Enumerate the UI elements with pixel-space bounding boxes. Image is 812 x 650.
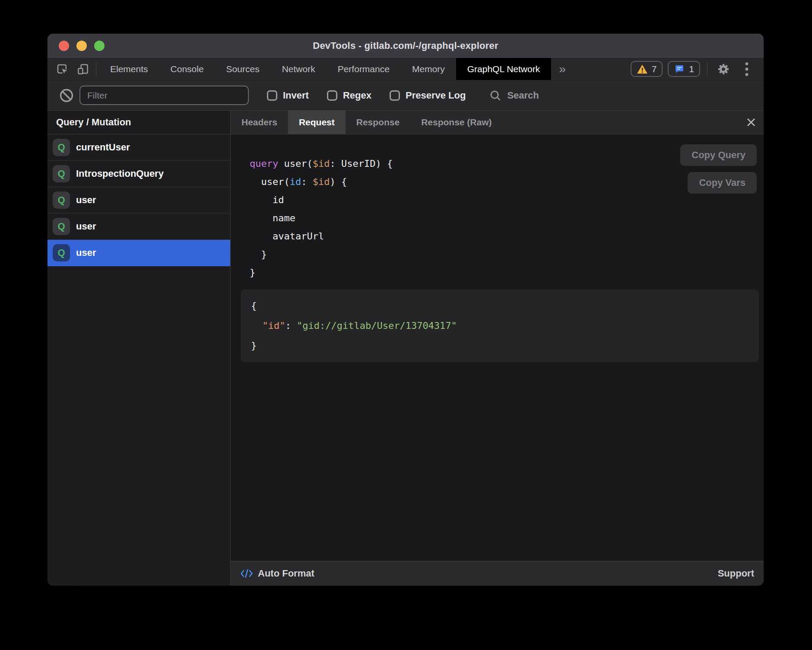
- content-area: Query / Mutation Q currentUser Q Introsp…: [48, 111, 764, 586]
- filter-input[interactable]: [79, 86, 249, 105]
- regex-label: Regex: [343, 90, 371, 101]
- auto-format-label: Auto Format: [258, 568, 314, 579]
- regex-checkbox[interactable]: [327, 90, 337, 101]
- chat-bubble-icon: [674, 64, 685, 74]
- warning-icon: [637, 64, 648, 74]
- gear-icon: [717, 62, 730, 76]
- regex-checkbox-group[interactable]: Regex: [327, 90, 371, 101]
- message-count: 1: [689, 64, 694, 74]
- devtools-window: DevTools - gitlab.com/-/graphql-explorer…: [48, 34, 764, 586]
- graphql-variables-block: { "id": "gid://gitlab/User/13704317"}: [241, 290, 759, 362]
- query-item-label: user: [76, 247, 96, 258]
- clear-requests-button[interactable]: [57, 86, 76, 105]
- device-toolbar-icon: [76, 63, 89, 76]
- toggle-device-toolbar-button[interactable]: [73, 58, 93, 80]
- close-detail-button[interactable]: [739, 111, 764, 134]
- tab-headers[interactable]: Headers: [231, 111, 288, 134]
- query-list-header: Query / Mutation: [48, 111, 230, 134]
- tab-network[interactable]: Network: [271, 58, 327, 80]
- support-link[interactable]: Support: [718, 568, 754, 579]
- filter-bar: Invert Regex Preserve Log Search: [48, 80, 764, 111]
- query-item-label: user: [76, 194, 96, 206]
- kebab-menu-icon: [745, 62, 749, 76]
- query-type-badge: Q: [53, 165, 70, 182]
- search-label: Search: [507, 90, 539, 101]
- issues-message-badge[interactable]: 1: [668, 61, 700, 77]
- invert-label: Invert: [283, 90, 309, 101]
- request-view: Copy Query Copy Vars query user($id: Use…: [231, 134, 764, 561]
- query-list-item-user-2[interactable]: Q user: [48, 213, 230, 240]
- query-list-item-currentuser[interactable]: Q currentUser: [48, 134, 230, 161]
- query-type-badge: Q: [53, 218, 70, 235]
- more-tabs-button[interactable]: »: [551, 58, 574, 80]
- query-type-badge: Q: [53, 191, 70, 209]
- invert-checkbox-group[interactable]: Invert: [267, 90, 309, 101]
- query-list-item-user-1[interactable]: Q user: [48, 187, 230, 213]
- titlebar: DevTools - gitlab.com/-/graphql-explorer: [48, 34, 764, 58]
- window-title: DevTools - gitlab.com/-/graphql-explorer: [313, 40, 498, 51]
- warning-count: 7: [652, 64, 657, 74]
- kebab-menu-button[interactable]: [738, 60, 756, 78]
- issues-warning-badge[interactable]: 7: [631, 61, 663, 77]
- query-type-badge: Q: [53, 244, 70, 261]
- tab-graphql-network[interactable]: GraphQL Network: [456, 58, 551, 80]
- minimize-window-button[interactable]: [76, 41, 87, 51]
- query-list-item-user-3-selected[interactable]: Q user: [48, 240, 230, 266]
- search-icon: [489, 89, 502, 102]
- query-list-item-introspectionquery[interactable]: Q IntrospectionQuery: [48, 161, 230, 187]
- tab-response-raw[interactable]: Response (Raw): [410, 111, 502, 134]
- block-icon: [59, 88, 74, 103]
- tab-sources[interactable]: Sources: [215, 58, 271, 80]
- close-window-button[interactable]: [59, 41, 69, 51]
- tab-console[interactable]: Console: [159, 58, 215, 80]
- tab-request[interactable]: Request: [288, 111, 346, 134]
- devtools-toolbar: Elements Console Sources Network Perform…: [48, 58, 764, 80]
- traffic-lights: [59, 34, 105, 58]
- toolbar-separator: [96, 62, 96, 76]
- auto-format-icon: [240, 568, 253, 579]
- query-item-label: IntrospectionQuery: [76, 168, 164, 179]
- auto-format-button[interactable]: Auto Format: [240, 568, 314, 579]
- preserve-log-checkbox-group[interactable]: Preserve Log: [390, 90, 466, 101]
- query-item-label: currentUser: [76, 142, 130, 153]
- detail-footer: Auto Format Support: [231, 561, 764, 586]
- inspect-cursor-icon: [56, 63, 69, 76]
- request-detail-panel: Headers Request Response Response (Raw) …: [231, 111, 764, 586]
- copy-query-button[interactable]: Copy Query: [680, 144, 757, 166]
- preserve-log-checkbox[interactable]: [390, 90, 400, 101]
- panel-tabs: Elements Console Sources Network Perform…: [99, 58, 551, 80]
- invert-checkbox[interactable]: [267, 90, 277, 101]
- preserve-log-label: Preserve Log: [406, 90, 466, 101]
- tab-memory[interactable]: Memory: [401, 58, 456, 80]
- close-icon: [746, 117, 756, 127]
- zoom-window-button[interactable]: [94, 41, 105, 51]
- query-list-panel: Query / Mutation Q currentUser Q Introsp…: [48, 111, 231, 586]
- tab-performance[interactable]: Performance: [327, 58, 401, 80]
- settings-button[interactable]: [714, 60, 733, 78]
- query-item-label: user: [76, 221, 96, 232]
- inspect-element-button[interactable]: [52, 58, 73, 80]
- toolbar-right-separator: [707, 62, 707, 76]
- copy-vars-button[interactable]: Copy Vars: [688, 172, 757, 194]
- detail-tab-bar: Headers Request Response Response (Raw): [231, 111, 764, 134]
- query-type-badge: Q: [53, 139, 70, 156]
- search-control[interactable]: Search: [489, 89, 539, 102]
- tab-elements[interactable]: Elements: [99, 58, 159, 80]
- tab-response[interactable]: Response: [346, 111, 410, 134]
